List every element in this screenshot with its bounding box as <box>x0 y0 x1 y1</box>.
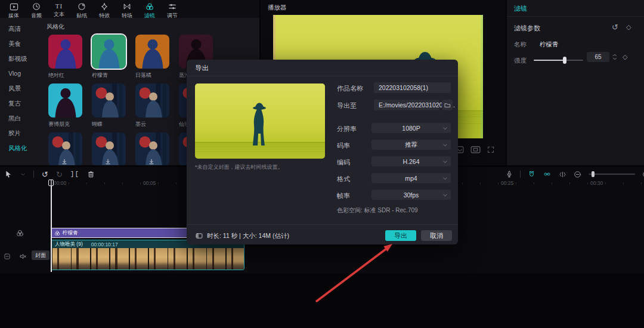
split-icon[interactable]: ][ <box>70 171 79 178</box>
stepper-icon[interactable] <box>612 52 618 61</box>
toolbar-item-filter[interactable]: 滤镜 <box>138 0 161 18</box>
strength-slider-handle[interactable] <box>563 57 566 64</box>
zoom-slider-handle[interactable] <box>592 171 595 177</box>
filter-thumb-墨云[interactable]: 墨云 <box>135 83 170 128</box>
filter-clip-label: 柠檬青 <box>63 230 78 237</box>
playhead-handle[interactable] <box>48 180 54 186</box>
sidebar-item-美食[interactable]: 美食 <box>0 36 39 51</box>
playhead-line[interactable] <box>51 180 52 272</box>
browse-folder-button[interactable] <box>442 100 453 110</box>
cover-button[interactable]: 封面 <box>32 250 49 260</box>
strength-value-input[interactable]: 65 <box>587 52 609 62</box>
toolbar-item-audio[interactable]: 音频 <box>25 0 48 18</box>
resolution-select[interactable]: 1080P <box>371 123 451 133</box>
transition-icon <box>123 2 131 11</box>
tab-filter[interactable]: 滤镜 <box>514 4 527 13</box>
filter-icon <box>54 229 60 237</box>
filter-thumbnail-image[interactable] <box>48 83 82 117</box>
filter-thumbnail-image[interactable] <box>92 83 126 117</box>
toolbar-item-effects[interactable]: 特效 <box>93 0 116 18</box>
filter-thumb-赛博朋克[interactable]: 赛博朋克 <box>48 83 83 128</box>
folder-icon <box>444 102 451 109</box>
sidebar-item-风格化[interactable]: 风格化 <box>0 141 39 156</box>
framerate-select[interactable]: 30fps <box>371 190 451 200</box>
top-toolbar: 媒体音频TI文本贴纸特效转场滤镜调节 <box>0 0 259 18</box>
sidebar-item-Vlog[interactable]: Vlog <box>0 66 39 81</box>
filter-thumb-row3-2[interactable] <box>92 132 126 165</box>
diamond-icon[interactable]: ◇ <box>626 23 631 31</box>
preview-axis-icon[interactable] <box>559 171 566 178</box>
filter-thumb-日落橘[interactable]: 日落橘 <box>135 35 170 79</box>
sidebar-item-黑白[interactable]: 黑白 <box>0 111 39 126</box>
codec-select[interactable]: H.264 <box>371 156 451 166</box>
ruler-tick <box>462 182 463 184</box>
zoom-out-icon[interactable] <box>574 171 581 178</box>
ruler-tick <box>122 182 123 184</box>
ruler-label: 00:30 <box>590 180 603 186</box>
filter-thumbnail-image[interactable] <box>48 132 82 165</box>
chevron-down-icon[interactable] <box>20 172 26 177</box>
video-clip-thumbnails <box>51 248 244 270</box>
sidebar-item-复古[interactable]: 复古 <box>0 96 39 111</box>
ruler-tick <box>86 182 87 184</box>
ruler-tick <box>480 182 481 184</box>
filter-thumbnail-image[interactable] <box>135 35 169 69</box>
filter-thumb-label: 日落橘 <box>135 72 170 79</box>
filter-settings-panel: 滤镜 滤镜参数 ↺ ◇ 名称 柠檬青 强度 65 ◇ <box>507 0 644 165</box>
filter-thumb-row3-3[interactable] <box>135 132 170 165</box>
cancel-button[interactable]: 取消 <box>421 230 452 241</box>
ruler-tick <box>498 182 499 184</box>
filter-thumb-柠檬青[interactable]: 柠檬青 <box>92 35 126 79</box>
export-path-input[interactable]: E:/movies/202203102058... <box>374 100 439 110</box>
select-tool-icon[interactable] <box>5 170 13 178</box>
timeline-zoom-slider[interactable] <box>589 171 635 177</box>
toolbar-item-transition[interactable]: 转场 <box>116 0 138 18</box>
sidebar-item-风景[interactable]: 风景 <box>0 81 39 96</box>
mute-track-icon[interactable] <box>19 253 27 260</box>
chevron-down-icon <box>442 126 448 131</box>
filter-thumbnail-image[interactable] <box>92 35 126 69</box>
keyframe-icon[interactable]: ◇ <box>623 53 627 61</box>
filter-thumbnail-image[interactable] <box>135 132 169 165</box>
fullscreen-icon[interactable] <box>487 146 494 153</box>
chevron-down-icon <box>442 193 448 198</box>
video-clip-name: 人物唯美 (9) <box>55 241 83 248</box>
filter-thumb-蝴蝶[interactable]: 蝴蝶 <box>92 83 126 128</box>
undo-icon[interactable]: ↺ <box>42 170 48 179</box>
export-button[interactable]: 导出 <box>385 230 416 241</box>
toolbar-item-text[interactable]: TI文本 <box>48 0 70 18</box>
sidebar-item-胶片[interactable]: 胶片 <box>0 126 39 141</box>
toolbar-item-media[interactable]: 媒体 <box>2 0 25 18</box>
field-label-bitrate: 码率 <box>337 141 350 150</box>
reset-icon[interactable]: ↺ <box>612 23 618 32</box>
filter-icon <box>145 2 154 11</box>
delete-icon[interactable] <box>87 170 95 178</box>
snap-magnet-icon[interactable] <box>528 171 535 178</box>
ruler-tick <box>569 182 570 184</box>
filter-params-title: 滤镜参数 <box>514 24 540 33</box>
filter-thumb-label: 柠檬青 <box>92 72 126 79</box>
timeline-empty-area <box>0 273 644 328</box>
ratio-icon[interactable] <box>470 146 481 153</box>
project-name-input[interactable]: 202203102058(1) <box>374 82 451 93</box>
filter-thumbnail-image[interactable] <box>135 83 169 117</box>
text-icon: TI <box>55 2 63 10</box>
filter-thumbnail-image[interactable] <box>92 132 126 165</box>
colorspace-text: 色彩空间: 标准 SDR - Rec.709 <box>337 206 418 215</box>
ruler-tick <box>534 182 534 184</box>
toolbar-item-sticker[interactable]: 贴纸 <box>70 0 93 18</box>
redo-icon[interactable]: ↻ <box>56 170 63 179</box>
ruler-label: 00:00 <box>54 180 66 186</box>
filter-thumb-绝对红[interactable]: 绝对红 <box>48 35 83 79</box>
filter-thumbnail-image[interactable] <box>48 35 82 69</box>
toolbar-item-adjust[interactable]: 调节 <box>161 0 184 18</box>
bitrate-select[interactable]: 推荐 <box>371 140 451 150</box>
export-cover-preview <box>195 83 325 159</box>
record-mic-icon[interactable] <box>506 170 513 178</box>
sidebar-item-影视级[interactable]: 影视级 <box>0 51 39 66</box>
filter-thumb-row3-1[interactable] <box>48 132 83 165</box>
format-select[interactable]: mp4 <box>371 173 451 183</box>
sidebar-item-高清[interactable]: 高清 <box>0 21 39 36</box>
export-dialog: 导出 <box>187 60 458 245</box>
link-toggle-icon[interactable] <box>543 171 552 178</box>
